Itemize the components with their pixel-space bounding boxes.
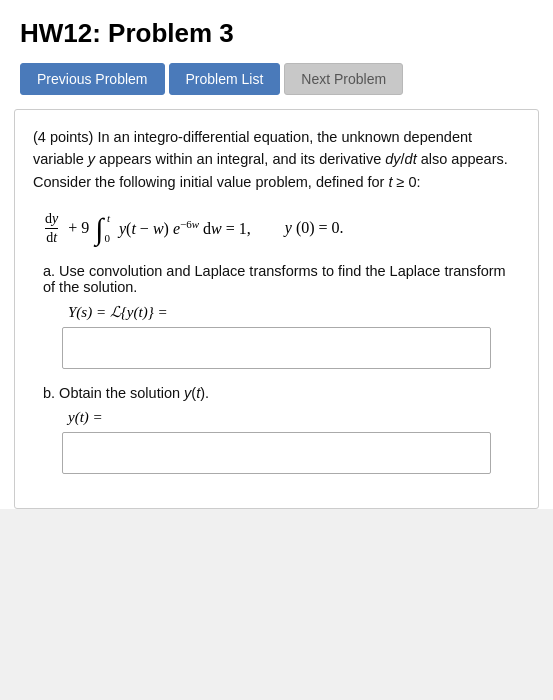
main-equation: dy dt + 9 ∫ t 0 y(t − w) e−6w dw = 1, — [43, 211, 520, 245]
part-a-input[interactable] — [62, 327, 491, 369]
part-b-label: b. Obtain the solution y(t). — [43, 385, 520, 401]
prev-problem-button[interactable]: Previous Problem — [20, 63, 165, 95]
page-title: HW12: Problem 3 — [20, 18, 533, 49]
navigation-bar: Previous Problem Problem List Next Probl… — [0, 63, 553, 109]
integrand: y(t − w) e−6w dw = 1, — [119, 218, 251, 238]
plus-9: + 9 — [64, 219, 89, 237]
integral-symbol: ∫ t 0 — [95, 212, 113, 244]
problem-content: (4 points) In an integro-differential eq… — [14, 109, 539, 509]
problem-list-button[interactable]: Problem List — [169, 63, 281, 95]
part-a-equation: Y(s) = ℒ{y(t)} = — [53, 303, 520, 321]
fraction-dy-dt: dy dt — [45, 211, 58, 245]
problem-intro: (4 points) In an integro-differential eq… — [33, 126, 520, 193]
next-problem-button[interactable]: Next Problem — [284, 63, 403, 95]
part-b-equation: y(t) = — [53, 409, 520, 426]
initial-condition: y(0) = 0. — [269, 219, 344, 237]
part-a-label: a. Use convolution and Laplace transform… — [43, 263, 520, 295]
part-b-input[interactable] — [62, 432, 491, 474]
